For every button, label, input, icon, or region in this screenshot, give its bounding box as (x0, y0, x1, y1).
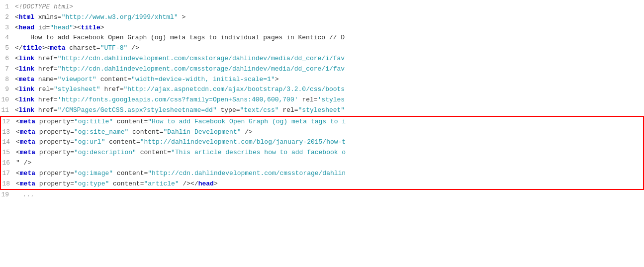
line-number: 3 (0, 23, 15, 33)
code-token: "viewport" (58, 76, 96, 83)
code-token: meta (20, 138, 35, 146)
code-token: <!DOCTYPE html> (15, 3, 73, 10)
code-token: link (19, 96, 34, 103)
line-number: 10 (0, 95, 15, 105)
line-content: <link href="http://cdn.dahlindevelopment… (15, 54, 644, 64)
line-content: <meta property="og:type" content="articl… (16, 179, 643, 189)
code-line: 15<meta property="og:description" conten… (1, 148, 643, 158)
code-token: property= (35, 149, 74, 156)
line-content: How to add Facebook Open Graph (og) meta… (15, 33, 644, 43)
code-token: content= (113, 118, 148, 125)
code-token: property= (35, 180, 74, 187)
code-token: "og:url" (74, 138, 105, 146)
line-number: 16 (1, 158, 16, 169)
code-token: content= (96, 76, 131, 83)
code-token: link (19, 65, 34, 73)
code-token: content= (113, 170, 148, 177)
code-token: "UTF-8" (100, 44, 128, 52)
code-token: /> (241, 128, 253, 136)
code-token: href= (100, 86, 124, 93)
code-line: 12<meta property="og:title" content="How… (1, 117, 643, 127)
code-token: meta (19, 76, 34, 83)
line-number: 6 (0, 54, 15, 64)
line-content: <link href="/CMSPages/GetCSS.aspx?styles… (15, 105, 644, 116)
code-token: 'styles (318, 96, 345, 103)
line-number: 9 (0, 85, 15, 95)
code-token: /> (127, 44, 139, 52)
code-token: html (19, 13, 34, 21)
line-content: <html xmlns="http://www.w3.org/1999/xhtm… (15, 12, 644, 23)
line-number: 4 (0, 33, 15, 43)
code-token: meta (20, 118, 35, 125)
code-token: "stylesheet" (298, 106, 345, 114)
line-content: <head id="head"><title> (15, 23, 644, 33)
line-content: " /> (16, 158, 643, 169)
code-token: < (16, 149, 20, 156)
code-token: < (15, 24, 19, 31)
line-content: <meta property="og:site_name" content="D… (16, 127, 643, 138)
code-token: < (15, 13, 19, 21)
code-token: rel= (34, 86, 54, 93)
code-token: < (16, 128, 20, 136)
line-number: 5 (0, 43, 15, 54)
code-token: link (19, 86, 34, 93)
line-content: <meta property="og:title" content="How t… (16, 117, 643, 127)
line-content: <meta property="og:description" content=… (16, 148, 643, 158)
code-token: >< (73, 24, 81, 31)
line-content: </title><meta charset="UTF-8" /> (15, 43, 644, 54)
code-token: "width=device-width, initial-scale=1" (131, 76, 275, 83)
line-number: 17 (1, 169, 16, 179)
code-token: href= (34, 65, 58, 73)
code-token: content= (128, 128, 163, 136)
code-line: 19 ... (0, 190, 644, 200)
code-view: 1<!DOCTYPE html>2<html xmlns="http://www… (0, 0, 644, 267)
code-token: meta (20, 170, 35, 177)
code-token: > (100, 24, 104, 31)
code-line: 16" /> (1, 158, 643, 169)
code-token: content= (105, 138, 140, 146)
code-token: > (178, 13, 186, 21)
code-token: "head" (50, 24, 73, 31)
code-line: 7<link href="http://cdn.dahlindevelopmen… (0, 64, 644, 75)
code-token: How to add Facebook Open Graph (og) meta… (15, 34, 345, 41)
code-token: link (19, 106, 34, 114)
code-token: >< (42, 44, 50, 52)
code-token: rel= (298, 96, 318, 103)
code-token: href= (34, 55, 58, 62)
line-number: 18 (1, 179, 16, 189)
code-token: "text/css" (240, 106, 279, 114)
code-line: 1<!DOCTYPE html> (0, 2, 644, 12)
code-token: > (275, 76, 279, 83)
code-token: < (16, 138, 20, 146)
code-line: 2<html xmlns="http://www.w3.org/1999/xht… (0, 12, 644, 23)
code-token: xmlns= (34, 13, 62, 21)
line-number: 19 (0, 190, 15, 200)
code-token: head (198, 180, 214, 187)
line-number: 14 (1, 137, 16, 148)
code-token: "Dahlin Development" (163, 128, 241, 136)
code-token: "This article describes how to add faceb… (171, 149, 346, 156)
line-content: <meta property="og:image" content="http:… (16, 169, 643, 179)
code-token: property= (35, 128, 74, 136)
code-token: < (15, 106, 19, 114)
line-number: 13 (1, 127, 16, 138)
code-token: > (214, 180, 218, 187)
code-line: 3<head id="head"><title> (0, 23, 644, 33)
code-line: 5</title><meta charset="UTF-8" /> (0, 43, 644, 54)
code-token: type= (217, 106, 240, 114)
code-token: meta (20, 180, 35, 187)
code-token: "http://dahlindevelopment.com/blog/janua… (140, 138, 346, 146)
code-token: < (15, 55, 19, 62)
code-token: href= (34, 96, 58, 103)
code-token: "How to add Facebook Open Graph (og) met… (148, 118, 346, 125)
code-line: 4 How to add Facebook Open Graph (og) me… (0, 33, 644, 43)
line-content: <meta property="og:url" content="http://… (16, 137, 643, 148)
code-token: < (16, 118, 20, 125)
code-token: property= (35, 170, 74, 177)
code-token: meta (20, 128, 35, 136)
code-token: title (81, 24, 100, 31)
code-token: < (15, 96, 19, 103)
code-token: "http://www.w3.org/1999/xhtml" (62, 13, 178, 21)
code-token: "/CMSPages/GetCSS.aspx?stylesheetname=dd… (58, 106, 217, 114)
code-token: "og:title" (74, 118, 113, 125)
